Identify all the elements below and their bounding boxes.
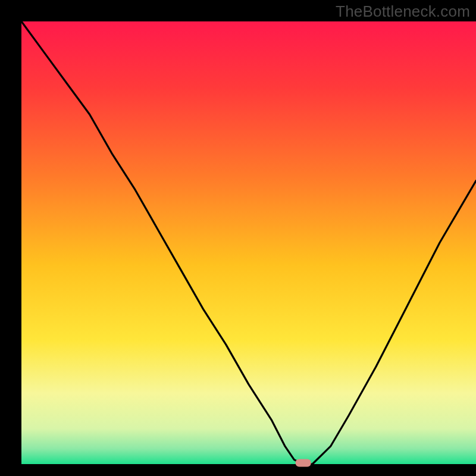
bottleneck-chart — [0, 0, 476, 476]
optimal-marker — [296, 459, 311, 467]
chart-container: TheBottleneck.com — [0, 0, 476, 476]
plot-background — [21, 21, 476, 464]
watermark-text: TheBottleneck.com — [336, 2, 470, 21]
